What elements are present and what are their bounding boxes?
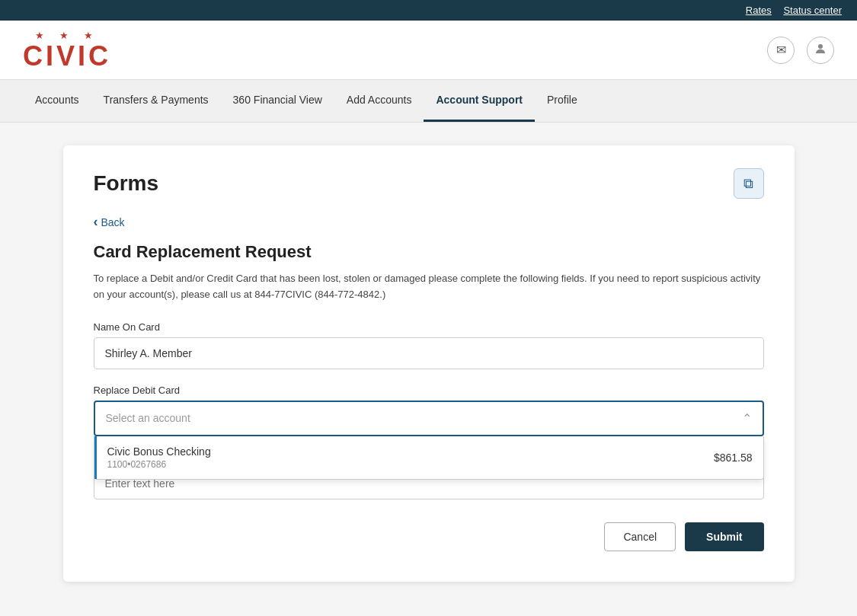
nav-item-add-accounts[interactable]: Add Accounts — [334, 80, 424, 122]
dropdown-item-account: 1100•0267686 — [107, 459, 211, 470]
select-placeholder: Select an account — [106, 412, 190, 424]
form-description: To replace a Debit and/or Credit Card th… — [94, 271, 764, 303]
mail-icon: ✉ — [776, 43, 786, 57]
nav-item-financial[interactable]: 360 Financial View — [221, 80, 334, 122]
header-icons: ✉ — [767, 37, 834, 64]
svg-point-0 — [818, 44, 823, 49]
logo-stars: ★ ★ ★ — [35, 30, 98, 41]
back-link[interactable]: Back — [94, 214, 125, 230]
user-icon — [814, 42, 827, 59]
nav-item-profile[interactable]: Profile — [535, 80, 590, 122]
name-on-card-label: Name On Card — [94, 321, 764, 333]
rates-link[interactable]: Rates — [746, 5, 772, 16]
cancel-button[interactable]: Cancel — [604, 522, 676, 551]
form-actions: Cancel Submit — [94, 522, 764, 551]
account-dropdown-menu: Civic Bonus Checking 1100•0267686 $861.5… — [94, 436, 764, 480]
page-title: Forms — [94, 171, 159, 196]
main-content: Forms ⧉ Back Card Replacement Request To… — [63, 145, 795, 582]
dropdown-item-name: Civic Bonus Checking — [107, 445, 211, 458]
logo-text: CIVIC — [23, 43, 111, 70]
chevron-up-icon — [742, 411, 752, 426]
replace-debit-card-group: Replace Debit Card Select an account Civ… — [94, 385, 764, 436]
form-title: Card Replacement Request — [94, 242, 764, 262]
mail-button[interactable]: ✉ — [767, 37, 795, 64]
nav-item-transfers[interactable]: Transfers & Payments — [91, 80, 221, 122]
select-account-button[interactable]: Select an account — [94, 401, 764, 436]
status-center-link[interactable]: Status center — [783, 5, 842, 16]
user-profile-button[interactable] — [807, 37, 834, 64]
logo: ★ ★ ★ CIVIC — [23, 30, 111, 70]
copy-icon: ⧉ — [743, 176, 753, 192]
dropdown-item-checking[interactable]: Civic Bonus Checking 1100•0267686 $861.5… — [94, 436, 763, 479]
main-nav: Accounts Transfers & Payments 360 Financ… — [0, 80, 857, 123]
forms-header: Forms ⧉ — [94, 168, 764, 199]
name-on-card-input[interactable] — [94, 337, 764, 369]
dropdown-item-balance: $861.58 — [714, 452, 753, 464]
nav-item-account-support[interactable]: Account Support — [424, 80, 535, 122]
replace-debit-card-label: Replace Debit Card — [94, 385, 764, 396]
submit-button[interactable]: Submit — [685, 522, 763, 551]
header: ★ ★ ★ CIVIC ✉ — [0, 21, 857, 80]
name-on-card-group: Name On Card — [94, 321, 764, 369]
copy-icon-button[interactable]: ⧉ — [734, 168, 764, 199]
nav-item-accounts[interactable]: Accounts — [23, 80, 91, 122]
top-bar: Rates Status center — [0, 0, 857, 21]
chevron-left-icon — [94, 214, 98, 230]
select-account-wrapper: Select an account Civic Bonus Checking 1… — [94, 401, 764, 436]
